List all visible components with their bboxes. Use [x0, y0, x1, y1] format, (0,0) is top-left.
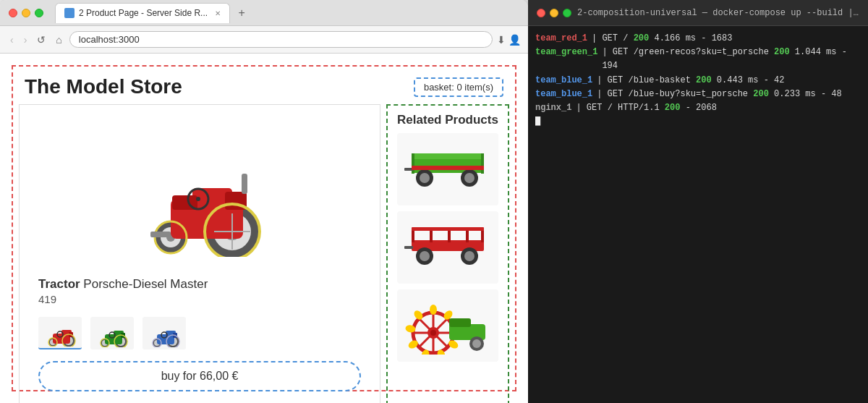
thumbnail-3-image	[145, 320, 183, 347]
cursor-line: █	[535, 115, 861, 129]
thumbnail-row	[27, 311, 373, 355]
product-image-container	[27, 112, 373, 271]
thumbnail-1-image	[41, 319, 79, 347]
log-line-5: nginx_1 | GET / HTTP/1.1 200 - 2068	[535, 101, 861, 115]
related-products-title: Related Products	[388, 106, 508, 133]
service-label-1: team_red_1	[535, 32, 587, 46]
svg-rect-9	[242, 174, 247, 194]
svg-point-57	[464, 173, 475, 183]
traffic-lights	[9, 9, 43, 17]
close-button[interactable]	[9, 9, 17, 17]
home-button[interactable]: ⌂	[53, 33, 64, 47]
related-product-1[interactable]	[397, 133, 498, 205]
svg-rect-51	[412, 153, 484, 159]
related-product-2[interactable]	[397, 211, 498, 284]
product-name-bold: Tractor	[38, 277, 80, 291]
log-text-1: | GET / 200 4.166 ms - 1683	[592, 32, 732, 46]
maximize-button[interactable]	[35, 9, 43, 17]
related-product-2-image	[404, 219, 491, 276]
browser-window: 2 Product Page - Server Side R... ✕ + ‹ …	[0, 0, 528, 403]
outer-border: The Model Store basket: 0 item(s)	[12, 65, 516, 391]
download-icon[interactable]: ⬇	[497, 34, 506, 46]
service-label-4: team_blue_1	[535, 88, 592, 101]
buy-button[interactable]: buy for 66,00 €	[38, 361, 361, 391]
svg-rect-66	[412, 227, 484, 231]
back-button[interactable]: ‹	[7, 33, 17, 47]
thumbnail-2-image	[93, 320, 131, 347]
basket-button[interactable]: basket: 0 item(s)	[414, 77, 503, 97]
new-tab-button[interactable]: +	[233, 4, 250, 22]
tab-title: 2 Product Page - Server Side R...	[79, 8, 208, 18]
page-wrapper: The Model Store basket: 0 item(s)	[0, 54, 528, 403]
terminal-maximize[interactable]	[563, 9, 571, 17]
product-id: 419	[38, 293, 361, 305]
toolbar-actions: ⬇ 👤	[497, 34, 521, 46]
page-main: Tractor Porsche-Diesel Master 419	[13, 104, 515, 403]
svg-rect-62	[430, 229, 433, 242]
svg-point-55	[420, 173, 430, 183]
minimize-button[interactable]	[22, 9, 30, 17]
terminal-close[interactable]	[537, 9, 545, 17]
store-title: The Model Store	[25, 75, 182, 98]
log-text-2: | GET /green-recos?sku=t_porsche 200 1.0…	[602, 46, 861, 73]
buy-btn-container: buy for 66,00 €	[27, 355, 373, 397]
svg-rect-61	[412, 229, 414, 242]
svg-rect-59	[412, 166, 484, 170]
svg-point-79	[430, 305, 437, 315]
log-line-4: team_blue_1 | GET /blue-buy?sku=t_porsch…	[535, 88, 861, 101]
svg-rect-64	[466, 229, 469, 242]
url-text: localhost:3000	[79, 34, 140, 45]
page-header: The Model Store basket: 0 item(s)	[13, 67, 515, 104]
forward-button[interactable]: ›	[21, 33, 30, 47]
svg-point-68	[420, 251, 430, 261]
related-products-panel: Related Products	[386, 104, 509, 403]
profile-icon[interactable]: 👤	[509, 34, 521, 46]
terminal-minimize[interactable]	[550, 9, 558, 17]
product-name: Tractor Porsche-Diesel Master	[38, 277, 361, 292]
service-label-5: nginx_1	[535, 101, 571, 115]
log-text-4: | GET /blue-buy?sku=t_porsche 200 0.233 …	[597, 88, 841, 101]
terminal-content: team_red_1 | GET / 200 4.166 ms - 1683 t…	[528, 26, 868, 403]
terminal-titlebar: 2-composition-universal — docker-compose…	[528, 0, 868, 26]
svg-point-70	[464, 251, 475, 261]
log-line-3: team_blue_1 | GET /blue-basket 200 0.443…	[535, 74, 861, 88]
terminal-traffic-lights	[537, 9, 571, 17]
address-bar[interactable]: localhost:3000	[69, 31, 493, 48]
refresh-button[interactable]: ↺	[34, 33, 48, 47]
service-label-2: team_green_1	[535, 46, 597, 73]
tab-bar: 2 Product Page - Server Side R... ✕ +	[55, 3, 519, 23]
thumbnail-2[interactable]	[90, 317, 134, 349]
svg-point-91	[472, 339, 481, 348]
related-product-3-image	[404, 297, 491, 355]
browser-toolbar: ‹ › ↺ ⌂ localhost:3000 ⬇ 👤	[0, 26, 528, 54]
terminal-panel: 2-composition-universal — docker-compose…	[528, 0, 868, 403]
browser-titlebar: 2 Product Page - Server Side R... ✕ +	[0, 0, 528, 26]
log-text-3: | GET /blue-basket 200 0.443 ms - 42	[597, 74, 784, 88]
product-image	[120, 127, 279, 257]
thumbnail-1[interactable]	[38, 317, 82, 349]
svg-rect-89	[449, 318, 471, 327]
svg-point-78	[430, 330, 436, 336]
svg-rect-63	[448, 229, 451, 242]
product-info: Tractor Porsche-Diesel Master 419	[27, 271, 373, 311]
related-product-1-image	[404, 140, 491, 198]
thumbnail-3[interactable]	[142, 317, 186, 349]
related-product-3[interactable]	[397, 289, 498, 362]
related-products-list	[388, 133, 508, 368]
tab-favicon	[64, 8, 75, 18]
active-tab[interactable]: 2 Product Page - Server Side R... ✕	[55, 3, 230, 23]
svg-rect-19	[150, 232, 171, 237]
terminal-cursor: █	[535, 115, 540, 129]
log-line-1: team_red_1 | GET / 200 4.166 ms - 1683	[535, 32, 861, 46]
log-text-5: | GET / HTTP/1.1 200 - 2068	[576, 101, 716, 115]
product-name-rest: Porsche-Diesel Master	[80, 277, 208, 291]
service-label-3: team_blue_1	[535, 74, 592, 88]
svg-point-12	[196, 197, 200, 201]
product-area: Tractor Porsche-Diesel Master 419	[19, 104, 380, 403]
tab-close-icon[interactable]: ✕	[215, 9, 221, 17]
terminal-title: 2-composition-universal — docker-compose…	[577, 8, 859, 18]
svg-rect-53	[481, 153, 484, 174]
svg-rect-71	[404, 246, 413, 249]
browser-content: The Model Store basket: 0 item(s)	[0, 54, 528, 403]
svg-rect-65	[481, 229, 484, 242]
